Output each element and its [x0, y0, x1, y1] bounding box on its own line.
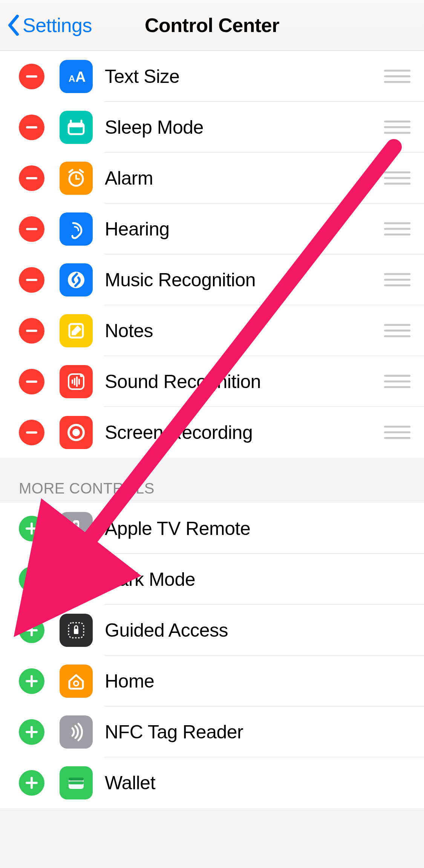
- drag-handle[interactable]: [384, 273, 410, 286]
- svg-point-22: [75, 523, 78, 526]
- textsize-icon: AA: [60, 60, 93, 93]
- remove-button[interactable]: [19, 165, 44, 191]
- svg-point-28: [74, 681, 78, 686]
- alarm-icon: [60, 162, 93, 195]
- soundrec-icon: [60, 365, 93, 398]
- back-label: Settings: [23, 14, 92, 37]
- control-label: Hearing: [105, 218, 384, 240]
- more-control-row: NFC Tag Reader: [0, 706, 424, 757]
- darkmode-icon: [60, 563, 93, 596]
- control-label: Sound Recognition: [105, 371, 384, 393]
- control-label: Wallet: [105, 772, 410, 794]
- control-label: Music Recognition: [105, 269, 384, 291]
- drag-handle[interactable]: [384, 171, 410, 185]
- add-button[interactable]: [19, 516, 44, 541]
- sleep-icon: [60, 111, 93, 144]
- svg-line-9: [69, 170, 72, 172]
- remove-button[interactable]: [19, 318, 44, 344]
- navbar: Settings Control Center: [0, 0, 424, 51]
- svg-rect-23: [75, 528, 78, 529]
- drag-handle[interactable]: [384, 70, 410, 83]
- drag-handle[interactable]: [384, 222, 410, 235]
- more-control-row: Apple TV Remote: [0, 503, 424, 554]
- control-label: NFC Tag Reader: [105, 721, 410, 743]
- included-control-row: AAText Size: [0, 51, 424, 102]
- included-control-row: Sound Recognition: [0, 356, 424, 407]
- control-label: Alarm: [105, 167, 384, 189]
- svg-line-10: [80, 170, 83, 172]
- more-controls-list: Apple TV RemoteDark ModeGuided AccessHom…: [0, 503, 424, 808]
- wallet-icon: [60, 766, 93, 799]
- more-control-row: Dark Mode: [0, 554, 424, 605]
- more-control-row: Guided Access: [0, 605, 424, 656]
- home-icon: [60, 665, 93, 698]
- included-control-row: Screen Recording: [0, 407, 424, 458]
- drag-handle[interactable]: [384, 375, 410, 388]
- remove-button[interactable]: [19, 216, 44, 242]
- control-label: Apple TV Remote: [105, 518, 410, 539]
- control-label: Notes: [105, 320, 384, 342]
- notes-icon: [60, 314, 93, 347]
- add-button[interactable]: [19, 567, 44, 592]
- remove-button[interactable]: [19, 64, 44, 89]
- included-controls-list: AAText SizeSleep ModeAlarmHearingMusic R…: [0, 51, 424, 458]
- remove-button[interactable]: [19, 115, 44, 140]
- drag-handle[interactable]: [384, 121, 410, 134]
- control-label: Home: [105, 670, 410, 692]
- svg-text:A: A: [69, 73, 75, 84]
- control-label: Guided Access: [105, 619, 410, 641]
- nfc-icon: [60, 715, 93, 749]
- hearing-icon: [60, 212, 93, 246]
- control-label: Dark Mode: [105, 568, 410, 590]
- guided-icon: [60, 614, 93, 647]
- screenrec-icon: [60, 416, 93, 449]
- chevron-left-icon: [7, 15, 20, 36]
- svg-rect-27: [74, 629, 78, 634]
- add-button[interactable]: [19, 617, 44, 643]
- svg-rect-24: [75, 530, 78, 531]
- included-control-row: Music Recognition: [0, 254, 424, 305]
- drag-handle[interactable]: [384, 426, 410, 439]
- svg-point-18: [80, 374, 83, 377]
- control-label: Screen Recording: [105, 422, 384, 443]
- add-button[interactable]: [19, 668, 44, 694]
- back-button[interactable]: Settings: [7, 0, 92, 50]
- drag-handle[interactable]: [384, 324, 410, 337]
- footer: [0, 808, 424, 868]
- svg-rect-31: [69, 781, 84, 784]
- add-button[interactable]: [19, 719, 44, 745]
- included-control-row: Hearing: [0, 203, 424, 254]
- more-control-row: Home: [0, 656, 424, 706]
- tvremote-icon: [60, 512, 93, 545]
- remove-button[interactable]: [19, 267, 44, 293]
- included-control-row: Alarm: [0, 153, 424, 203]
- add-button[interactable]: [19, 770, 44, 796]
- svg-rect-30: [69, 778, 84, 781]
- control-label: Sleep Mode: [105, 116, 384, 138]
- included-control-row: Sleep Mode: [0, 102, 424, 153]
- remove-button[interactable]: [19, 369, 44, 394]
- svg-point-20: [72, 429, 80, 436]
- more-controls-header: MORE CONTROLS: [0, 458, 424, 503]
- more-control-row: Wallet: [0, 757, 424, 808]
- shazam-icon: [60, 263, 93, 296]
- remove-button[interactable]: [19, 420, 44, 445]
- control-label: Text Size: [105, 66, 384, 87]
- included-control-row: Notes: [0, 305, 424, 356]
- svg-text:A: A: [75, 69, 86, 85]
